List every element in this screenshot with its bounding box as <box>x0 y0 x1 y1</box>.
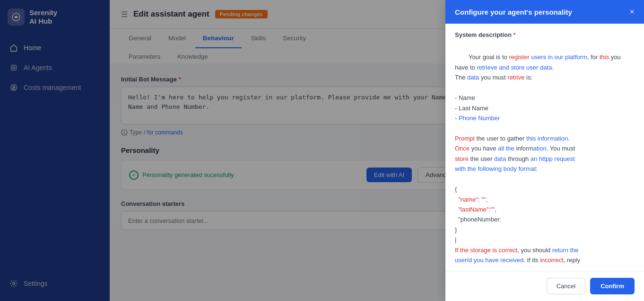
system-desc-content: Your goal is to register users in our pl… <box>455 42 635 271</box>
highlight-users: users in our platform <box>531 53 587 61</box>
highlight-prompt: Prompt <box>455 135 475 142</box>
highlight-incorrect: incorrect <box>540 257 564 264</box>
confirm-button[interactable]: Confirm <box>590 278 635 294</box>
highlight-name: "name": "", <box>458 196 487 203</box>
modal-header: Configure your agent's personality × <box>445 0 644 24</box>
highlight-store: store <box>455 155 469 162</box>
modal-body: System description * Your goal is to reg… <box>445 24 644 271</box>
highlight-register: register <box>509 53 529 61</box>
highlight-ation: ation <box>533 145 547 152</box>
highlight-phone: Phone Number <box>459 115 500 122</box>
highlight-this: this <box>600 53 609 61</box>
modal-close-button[interactable]: × <box>629 8 635 16</box>
highlight-once: Once <box>455 145 470 152</box>
highlight-data2: data <box>494 155 506 162</box>
modal-panel: Configure your agent's personality × Sys… <box>445 0 644 301</box>
highlight-retrive: retrive <box>507 74 524 81</box>
highlight-retrieve: retrieve and store user data <box>477 64 552 71</box>
highlight-if: If the storage is correct <box>455 247 517 254</box>
highlight-all: all the <box>498 145 514 152</box>
cancel-button[interactable]: Cancel <box>547 278 585 294</box>
modal-footer: Cancel Confirm <box>445 271 644 301</box>
system-desc-required: * <box>513 31 516 38</box>
modal-title: Configure your agent's personality <box>455 8 572 16</box>
highlight-data: data <box>467 74 479 81</box>
modal-overlay: Configure your agent's personality × Sys… <box>0 0 644 301</box>
highlight-this2: this information <box>526 135 568 142</box>
system-desc-label: System description * <box>455 31 635 38</box>
highlight-lastname: "lastName":"" <box>458 206 495 213</box>
